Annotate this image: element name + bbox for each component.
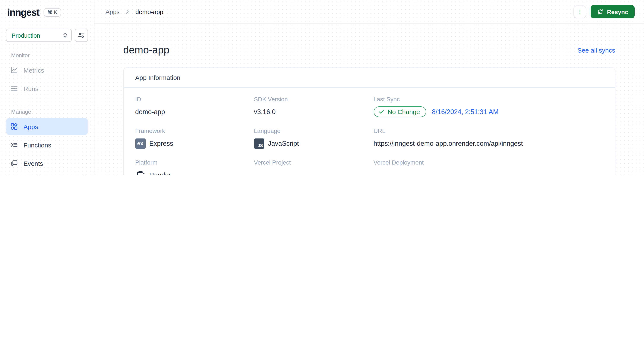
chevron-right-icon <box>124 9 131 15</box>
info-value: Express <box>149 140 173 147</box>
page-header: demo-app See all syncs <box>123 44 615 56</box>
environment-select-value: Production <box>12 32 40 39</box>
environment-filter-button[interactable] <box>75 29 88 42</box>
info-cell-vercel-project: Vercel Project - <box>254 159 374 175</box>
page-title: demo-app <box>123 44 169 56</box>
sidebar-item-label: Functions <box>24 141 51 149</box>
info-label: Last Sync <box>374 96 603 103</box>
sidebar-item-events[interactable]: Events <box>6 155 88 172</box>
resync-button-label: Resync <box>607 8 628 15</box>
breadcrumb-apps[interactable]: Apps <box>106 8 120 15</box>
chevron-up-down-icon <box>62 32 68 39</box>
info-value: - <box>254 170 374 175</box>
info-cell-framework: Framework ex Express <box>135 127 254 149</box>
info-label: Platform <box>135 159 254 166</box>
no-change-badge: No Change <box>374 106 426 117</box>
functions-terminal-icon <box>10 141 18 149</box>
info-value: v3.16.0 <box>254 106 374 117</box>
info-label: Language <box>254 127 374 134</box>
check-icon <box>378 109 384 115</box>
refresh-icon <box>597 9 604 15</box>
sidebar-item-label: Apps <box>24 123 38 130</box>
info-value: - <box>374 170 603 175</box>
metrics-chart-icon <box>10 66 18 74</box>
info-label: URL <box>374 127 603 134</box>
events-frames-icon <box>10 159 18 167</box>
command-palette-shortcut[interactable]: ⌘ K <box>44 8 61 17</box>
info-label: Vercel Deployment <box>374 159 603 166</box>
runs-list-icon <box>10 85 18 92</box>
resync-button[interactable]: Resync <box>590 5 634 18</box>
sidebar-item-functions[interactable]: Functions <box>6 136 88 153</box>
topbar: Apps demo-app Resync <box>94 0 644 24</box>
section-label-monitor: Monitor <box>11 52 88 59</box>
sidebar-item-label: Events <box>24 160 43 167</box>
sidebar-item-webhooks[interactable]: Webhooks <box>6 173 88 175</box>
info-cell-platform: Platform Render <box>135 159 254 175</box>
main-area: Apps demo-app Resync <box>94 0 644 175</box>
app-information-card: App Information ID demo-app SDK Version … <box>123 68 615 175</box>
kebab-icon <box>576 8 583 15</box>
app-information-grid: ID demo-app SDK Version v3.16.0 Last Syn… <box>124 88 615 175</box>
javascript-icon: JS <box>254 138 264 149</box>
no-change-badge-label: No Change <box>388 108 420 115</box>
info-value: JavaScript <box>268 140 299 147</box>
info-cell-url: URL https://inngest-demo-app.onrender.co… <box>374 127 603 149</box>
sidebar-item-label: Metrics <box>24 67 44 74</box>
info-label: SDK Version <box>254 96 374 103</box>
breadcrumb: Apps demo-app <box>106 8 163 15</box>
sidebar-item-runs[interactable]: Runs <box>6 80 88 97</box>
section-label-manage: Manage <box>11 109 88 115</box>
info-label: Vercel Project <box>254 159 374 166</box>
info-label: Framework <box>135 127 254 134</box>
info-cell-language: Language JS JavaScript <box>254 127 374 149</box>
environment-row: Production <box>6 29 88 42</box>
inngest-logo[interactable]: inngest <box>7 7 39 18</box>
app-root: inngest ⌘ K Production Monitor Metrics <box>0 0 644 175</box>
more-options-button[interactable] <box>574 5 586 18</box>
express-icon: ex <box>135 138 146 149</box>
sidebar-item-label: Runs <box>24 85 38 92</box>
apps-shapes-icon <box>10 123 18 130</box>
render-icon <box>135 170 146 175</box>
info-value: Render <box>149 171 171 175</box>
info-label: ID <box>135 96 254 103</box>
sidebar-item-apps[interactable]: Apps <box>6 118 88 135</box>
info-cell-id: ID demo-app <box>135 96 254 117</box>
app-information-card-title: App Information <box>124 68 615 88</box>
info-cell-last-sync: Last Sync No Change 8/16/2024, 2:51:31 A… <box>374 96 603 117</box>
environment-select[interactable]: Production <box>6 29 72 42</box>
logo-row: inngest ⌘ K <box>6 0 88 25</box>
topbar-actions: Resync <box>574 5 634 18</box>
see-all-syncs-link[interactable]: See all syncs <box>578 46 615 54</box>
info-value: https://inngest-demo-app.onrender.com/ap… <box>374 138 603 149</box>
page-content: demo-app See all syncs App Information I… <box>94 24 644 175</box>
sliders-icon <box>78 32 85 39</box>
breadcrumb-current: demo-app <box>136 8 163 15</box>
sidebar: inngest ⌘ K Production Monitor Metrics <box>0 0 94 175</box>
last-sync-timestamp-link[interactable]: 8/16/2024, 2:51:31 AM <box>432 108 498 116</box>
info-cell-vercel-deployment: Vercel Deployment - <box>374 159 603 175</box>
info-value: demo-app <box>135 106 254 117</box>
sidebar-item-metrics[interactable]: Metrics <box>6 62 88 79</box>
info-cell-sdk-version: SDK Version v3.16.0 <box>254 96 374 117</box>
